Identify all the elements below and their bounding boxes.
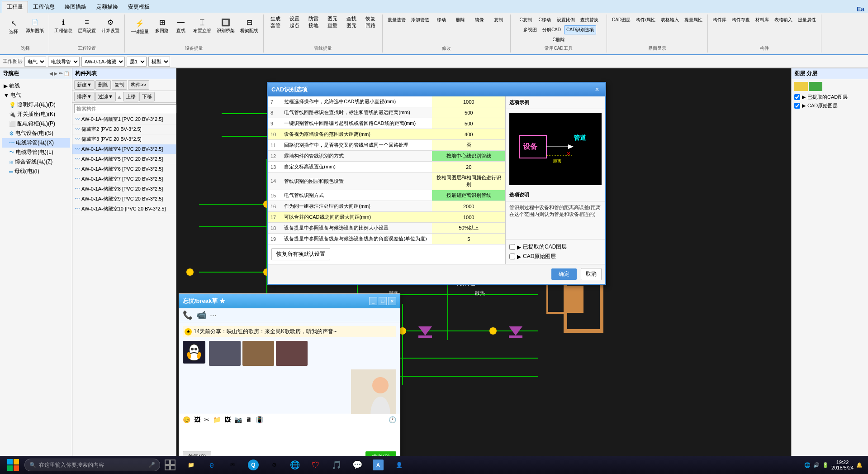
remote-icon[interactable]: 🖥 bbox=[246, 416, 252, 423]
btn-find-element[interactable]: 查找图元 bbox=[342, 15, 360, 29]
btn-proj-info[interactable]: ℹ 工程信息 bbox=[52, 15, 75, 35]
btn-line[interactable]: — 直线 bbox=[172, 15, 190, 37]
nav-item-electric[interactable]: ▼ 电气 bbox=[2, 91, 70, 100]
microphone-icon[interactable]: 🎤 bbox=[148, 462, 155, 468]
btn-vertical-pipe[interactable]: ⌶ 布置立管 bbox=[191, 15, 213, 37]
layer-check-0[interactable] bbox=[794, 94, 800, 100]
taskbar-app-music[interactable]: 🎵 bbox=[327, 457, 346, 473]
row11-value[interactable]: 否 bbox=[432, 140, 505, 151]
screenshot-icon[interactable]: 🖼 bbox=[194, 416, 200, 423]
line-type-select[interactable]: 电线导管 bbox=[48, 57, 80, 67]
row7-value[interactable]: 1000 bbox=[432, 96, 505, 107]
btn-component-attr[interactable]: 构件/属性 bbox=[634, 15, 658, 24]
btn-c-copy[interactable]: C复制 bbox=[517, 15, 535, 24]
chat-maximize-btn[interactable]: □ bbox=[379, 297, 387, 305]
btn-identify-tray[interactable]: 🔲 识别桥架 bbox=[214, 15, 237, 37]
btn-copy-comp[interactable]: 复制 bbox=[112, 80, 127, 90]
btn-layer-set[interactable]: ≡ 层高设置 bbox=[76, 15, 98, 35]
comp-item-0[interactable]: 〰 AW-0-1A-储藏室1 [PVC 20 BV-3*2.5] bbox=[72, 115, 176, 124]
chat-thumb-1[interactable] bbox=[242, 341, 274, 366]
folder-icon[interactable]: 📁 bbox=[213, 416, 221, 423]
taskbar-app-user[interactable]: 👤 bbox=[389, 457, 409, 473]
btn-lightning[interactable]: 防雷接地 bbox=[304, 15, 323, 29]
btn-tube[interactable]: 生成套管 bbox=[266, 15, 285, 29]
row8-value[interactable]: 500 bbox=[432, 107, 505, 118]
btn-delete[interactable]: 删除 bbox=[451, 15, 470, 24]
chat-thumb-2[interactable] bbox=[276, 341, 308, 366]
notification-icon[interactable]: 🔔 bbox=[856, 462, 863, 468]
capture-icon[interactable]: 📷 bbox=[234, 416, 242, 423]
comp-item-1[interactable]: 〰 储藏室2 [PVC 20 BV-3*2.5] bbox=[72, 124, 176, 134]
taskbar-app-input[interactable]: A bbox=[368, 457, 388, 473]
checkbox-original[interactable] bbox=[509, 254, 515, 259]
tab-huitu[interactable]: 绘图描绘 bbox=[60, 1, 91, 13]
btn-down[interactable]: 下移 bbox=[139, 92, 155, 101]
btn-filter[interactable]: 过滤▼ bbox=[95, 92, 116, 101]
clock-icon[interactable]: 🕐 bbox=[389, 416, 396, 423]
btn-explode-cad[interactable]: 分解CAD bbox=[540, 25, 563, 34]
row13-value[interactable]: 20 bbox=[432, 162, 505, 172]
taskbar-app-settings[interactable]: ⚙ bbox=[264, 457, 284, 473]
btn-cad-layer[interactable]: CAD图层 bbox=[610, 15, 633, 24]
tray-battery[interactable]: 🔋 bbox=[822, 462, 829, 468]
taskbar-app-antivirus[interactable]: 🛡 bbox=[306, 457, 326, 473]
btn-search-replace[interactable]: 查找替换 bbox=[578, 15, 601, 24]
model-select[interactable]: 模型 bbox=[148, 57, 170, 67]
row18-value[interactable]: 50%以上 bbox=[432, 223, 505, 234]
btn-multi[interactable]: ⊞ 多回路 bbox=[153, 15, 171, 37]
taskbar-app-taskview[interactable] bbox=[160, 457, 180, 473]
nav-item-switch[interactable]: 🔌 开关插座(电)(K) bbox=[2, 110, 70, 119]
chat-thumb-0[interactable] bbox=[209, 341, 241, 366]
spec-select[interactable]: AW-0-1A-储藏 bbox=[81, 57, 125, 67]
btn-attr[interactable]: 提量属性 bbox=[796, 15, 818, 24]
btn-select[interactable]: ↖ 选择 bbox=[5, 15, 23, 37]
phone-icon[interactable]: 📞 bbox=[183, 310, 193, 320]
row17-value[interactable]: 1000 bbox=[432, 212, 505, 223]
dialog-cancel-button[interactable]: 取消 bbox=[581, 268, 602, 280]
btn-material-lib[interactable]: 材料库 bbox=[753, 15, 771, 24]
btn-multi-view[interactable]: 多视图 bbox=[521, 25, 539, 34]
btn-copy[interactable]: 复制 bbox=[489, 15, 508, 24]
work-area-select[interactable]: 电气 bbox=[24, 57, 46, 67]
canvas-area[interactable]: AW 18 散热 散热 散热 散热 bbox=[176, 68, 791, 474]
emoji-icon[interactable]: 😊 bbox=[183, 416, 190, 423]
taskbar-app-edge[interactable]: e bbox=[202, 457, 222, 473]
reset-btn[interactable]: 恢复所有项默认设置 bbox=[271, 248, 330, 260]
nav-item-wire[interactable]: 〰 电线导管(电)(X) bbox=[2, 138, 70, 148]
tab-gongchenginformation[interactable]: 工程信息 bbox=[28, 1, 60, 13]
comp-item-8[interactable]: 〰 AW-0-1A-储藏室9 [PVC 20 BV-3*2.5] bbox=[72, 194, 176, 204]
nav-item-cable[interactable]: 〜 电缆导管(电)(L) bbox=[2, 148, 70, 157]
btn-comp-more[interactable]: 构件>> bbox=[128, 80, 149, 90]
btn-comp-lib[interactable]: 构件库 bbox=[711, 15, 729, 24]
row10-value[interactable]: 400 bbox=[432, 129, 505, 140]
dialog-close-button[interactable]: × bbox=[593, 85, 602, 94]
chat-share-item[interactable]: ★ 14天前分享：映山红的歌房：来全民K歌歌房，听我的声音~ bbox=[183, 326, 396, 337]
btn-calc-set[interactable]: ⚙ 计算设置 bbox=[99, 15, 122, 35]
dialog-ok-button[interactable]: 确定 bbox=[551, 268, 577, 280]
nav-item-bus[interactable]: ═ 母线(电)(I) bbox=[2, 167, 70, 176]
comp-item-9[interactable]: 〰 AW-0-1A-储藏室10 [PVC 20 BV-3*2.5] bbox=[72, 204, 176, 214]
btn-new-comp[interactable]: 新建▼ bbox=[74, 80, 95, 90]
comp-item-5[interactable]: 〰 AW-0-1A-储藏室6 [PVC 20 BV-3*2.5] bbox=[72, 164, 176, 174]
taskbar-search[interactable]: 🔍 在这里输入你要搜索的内容 🎤 bbox=[24, 459, 160, 471]
tray-volume[interactable]: 🔊 bbox=[813, 462, 820, 468]
nav-item-lighting[interactable]: 💡 照明灯具(电)(D) bbox=[2, 100, 70, 110]
taskbar-app-mail[interactable]: ✉ bbox=[223, 457, 242, 473]
chat-minimize-btn[interactable]: _ bbox=[369, 297, 377, 305]
taskbar-app-qq[interactable]: Q bbox=[243, 457, 263, 473]
nav-item-combo[interactable]: ≋ 综合管线(电)(Z) bbox=[2, 157, 70, 167]
checkbox-extracted[interactable] bbox=[509, 244, 515, 250]
chat-close-btn-win[interactable]: × bbox=[388, 297, 396, 305]
btn-up[interactable]: 上移 bbox=[123, 92, 138, 101]
taskbar-app-chat[interactable]: 💬 bbox=[347, 457, 367, 473]
btn-table-input[interactable]: 表格输入 bbox=[659, 15, 681, 24]
tab-dinge[interactable]: 定额描绘 bbox=[91, 1, 123, 13]
btn-move[interactable]: 移动 bbox=[432, 15, 451, 24]
btn-batch-select[interactable]: 批量选管 bbox=[385, 15, 408, 24]
btn-sort[interactable]: 排序▼ bbox=[74, 92, 95, 101]
taskbar-app-browser[interactable]: 🌐 bbox=[285, 457, 305, 473]
btn-cad-option[interactable]: CAD识别选项 bbox=[564, 25, 596, 34]
btn-start[interactable]: 设置起点 bbox=[285, 15, 304, 29]
btn-wiring[interactable]: ⊟ 桥架配线 bbox=[238, 15, 261, 37]
btn-restore-circuit[interactable]: 恢复回路 bbox=[361, 15, 379, 29]
